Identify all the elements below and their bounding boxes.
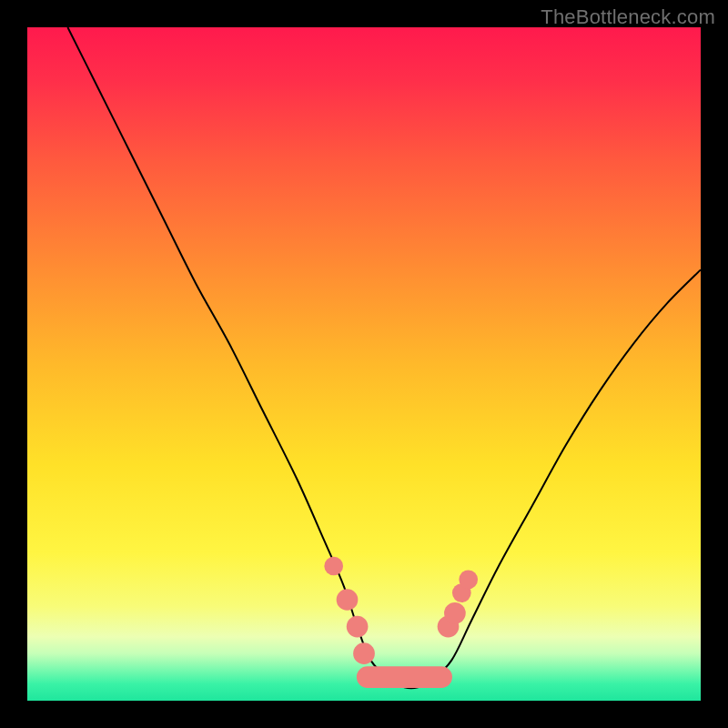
curve-markers	[324, 557, 478, 664]
chart-frame: TheBottleneck.com	[0, 0, 728, 728]
curve-layer	[27, 27, 701, 701]
curve-marker	[444, 602, 466, 624]
curve-marker	[324, 557, 343, 576]
plot-area	[27, 27, 701, 701]
curve-marker	[459, 570, 478, 589]
bottleneck-curve	[67, 27, 701, 688]
curve-marker	[347, 616, 369, 638]
curve-marker	[353, 642, 375, 664]
watermark-text: TheBottleneck.com	[541, 5, 715, 29]
curve-marker	[337, 589, 359, 611]
